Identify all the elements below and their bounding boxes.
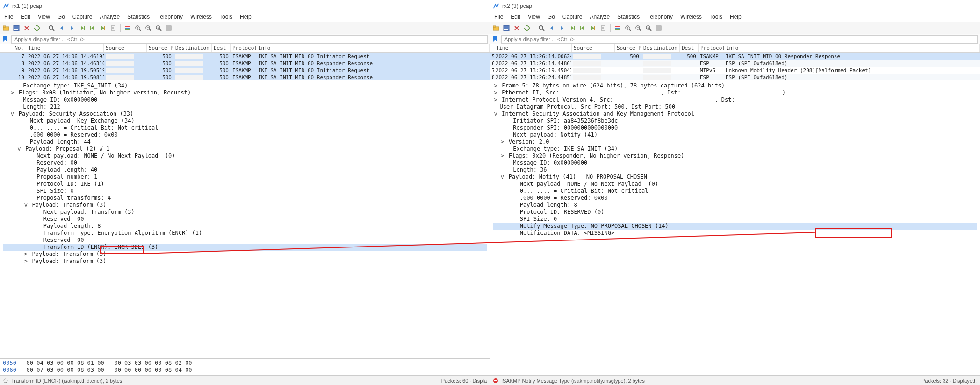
tree-line[interactable]: v Internet Security Association and Key … <box>493 110 977 117</box>
first-icon[interactable] <box>88 24 97 32</box>
col-source[interactable]: Source <box>572 44 615 52</box>
tree-line[interactable]: 0... .... = Critical Bit: Not critical <box>3 124 487 131</box>
tree-line[interactable]: Transform ID (ENCR): ENCR_3DES (3) <box>3 244 487 251</box>
menu-help[interactable]: Help <box>727 13 744 21</box>
tree-line[interactable]: Next payload: Transform (3) <box>3 209 487 216</box>
table-row[interactable]: 82022-06-27 13:26:24.448510ESPESP (SPI=0… <box>490 74 980 80</box>
col-dest[interactable]: Destination <box>173 44 212 52</box>
tree-toggle-icon[interactable]: v <box>493 110 498 117</box>
display-filter-input[interactable] <box>11 35 488 44</box>
tree-toggle-icon[interactable]: v <box>23 202 29 209</box>
tree-line[interactable]: Reserved: 00 <box>3 216 487 223</box>
table-row[interactable]: 102022-06-27 14:06:19.508113500500ISAKMP… <box>0 74 490 80</box>
tree-line[interactable]: Next payload: NONE / No Next Payload (0) <box>3 153 487 160</box>
tree-toggle-icon[interactable]: > <box>23 258 29 265</box>
tree-line[interactable]: > Payload: Transform (3) <box>3 258 487 265</box>
zoom-reset-icon[interactable]: 1 <box>644 24 653 32</box>
menu-analyze[interactable]: Analyze <box>97 13 123 21</box>
find-icon[interactable] <box>47 24 56 32</box>
col-source[interactable]: Source <box>104 44 147 52</box>
tree-line[interactable]: > Frame 5: 78 bytes on wire (624 bits), … <box>493 82 977 89</box>
tree-line[interactable]: > Flags: 0x20 (Responder, No higher vers… <box>493 153 977 160</box>
menu-telephony[interactable]: Telephony <box>154 13 186 21</box>
tree-line[interactable]: Notify Message Type: NO_PROPOSAL_CHOSEN … <box>493 223 977 230</box>
tree-line[interactable]: Initiator SPI: aa8435236f8be3dc <box>493 117 977 124</box>
col-dport[interactable]: Dest Port <box>680 44 699 52</box>
bookmark-icon[interactable] <box>492 36 499 43</box>
menu-tools[interactable]: Tools <box>216 13 235 21</box>
tree-line[interactable]: Proposal transforms: 4 <box>3 195 487 202</box>
menu-statistics[interactable]: Statistics <box>614 13 642 21</box>
tree-line[interactable]: 0... .... = Critical Bit: Not critical <box>493 188 977 195</box>
tree-line[interactable]: v Payload: Proposal (2) # 1 <box>3 145 487 153</box>
menu-view[interactable]: View <box>35 13 53 21</box>
menu-capture[interactable]: Capture <box>560 13 585 21</box>
tree-line[interactable]: SPI Size: 0 <box>493 216 977 223</box>
hex-pane-left[interactable]: 0050 00 04 03 00 00 08 01 00 00 03 03 00… <box>0 359 490 376</box>
tree-toggle-icon[interactable]: > <box>493 96 498 103</box>
table-row[interactable]: 72022-06-27 14:06:14.461956500500ISAKMPI… <box>0 53 490 60</box>
tree-line[interactable]: > Internet Protocol Version 4, Src: , Ds… <box>493 96 977 103</box>
zoom-out-icon[interactable] <box>144 24 152 32</box>
prev-icon[interactable] <box>548 24 556 32</box>
bookmark-icon[interactable] <box>2 36 9 43</box>
tree-line[interactable]: Length: 36 <box>493 167 977 174</box>
hex-row[interactable]: 0060 00 07 03 00 00 08 03 00 00 00 00 00… <box>3 367 487 374</box>
zoom-out-icon[interactable] <box>634 24 642 32</box>
menu-file[interactable]: File <box>1 13 16 21</box>
col-info[interactable]: Info <box>256 44 490 52</box>
display-filter-input[interactable] <box>501 35 978 44</box>
col-info[interactable]: Info <box>724 44 980 52</box>
auto-scroll-icon[interactable] <box>109 24 117 32</box>
packet-list-header[interactable]: No. Time Source Source Port Destination … <box>0 44 490 53</box>
tree-line[interactable]: v Payload: Security Association (33) <box>3 110 487 117</box>
col-dest[interactable]: Destination <box>641 44 680 52</box>
tree-toggle-icon[interactable]: > <box>23 251 29 258</box>
menu-edit[interactable]: Edit <box>508 13 523 21</box>
tree-toggle-icon[interactable]: v <box>16 145 22 153</box>
menu-go[interactable]: Go <box>55 13 68 21</box>
menu-tools[interactable]: Tools <box>706 13 725 21</box>
table-row[interactable]: 92022-06-27 14:06:19.505198500500ISAKMPI… <box>0 67 490 74</box>
packet-details-right[interactable]: > Frame 5: 78 bytes on wire (624 bits), … <box>490 80 980 376</box>
colorize-icon[interactable] <box>123 24 132 32</box>
tree-line[interactable]: Responder SPI: 0000000000000000 <box>493 124 977 131</box>
first-icon[interactable] <box>578 24 587 32</box>
tree-line[interactable]: Transform Type: Encryption Algorithm (EN… <box>3 230 487 237</box>
col-sport[interactable]: Source Port <box>147 44 173 52</box>
tree-toggle-icon[interactable]: > <box>499 153 505 160</box>
next-icon[interactable] <box>68 24 76 32</box>
tree-line[interactable]: Payload length: 44 <box>3 138 487 145</box>
menu-analyze[interactable]: Analyze <box>587 13 613 21</box>
tree-line[interactable]: .000 0000 = Reserved: 0x00 <box>3 131 487 138</box>
prev-icon[interactable] <box>58 24 66 32</box>
tree-line[interactable]: > Flags: 0x08 (Initiator, No higher vers… <box>3 89 487 96</box>
tree-line[interactable]: v Payload: Notify (41) - NO_PROPOSAL_CHO… <box>493 174 977 181</box>
tree-line[interactable]: Message ID: 0x00000000 <box>493 160 977 167</box>
reload-icon[interactable] <box>33 24 41 32</box>
col-time[interactable]: Time <box>26 44 104 52</box>
packet-list-left[interactable]: No. Time Source Source Port Destination … <box>0 44 490 80</box>
last-icon[interactable] <box>589 24 597 32</box>
menu-capture[interactable]: Capture <box>70 13 95 21</box>
zoom-in-icon[interactable] <box>624 24 632 32</box>
menu-view[interactable]: View <box>525 13 543 21</box>
tree-line[interactable]: Payload length: 40 <box>3 167 487 174</box>
save-icon[interactable] <box>12 24 21 32</box>
folder-icon[interactable] <box>2 24 10 32</box>
tree-line[interactable]: Next payload: NONE / No Next Payload (0) <box>493 181 977 188</box>
tree-line[interactable]: > Ethernet II, Src: , Dst: ) <box>493 89 977 96</box>
find-icon[interactable] <box>537 24 546 32</box>
tree-toggle-icon[interactable]: > <box>499 138 505 145</box>
goto-icon[interactable] <box>568 24 576 32</box>
next-icon[interactable] <box>558 24 566 32</box>
packet-list-right[interactable]: Time Source Source Port Destination Dest… <box>490 44 980 80</box>
menubar-left[interactable]: File Edit View Go Capture Analyze Statis… <box>0 12 490 22</box>
tree-line[interactable]: Exchange type: IKE_SA_INIT (34) <box>3 82 487 89</box>
menu-telephony[interactable]: Telephony <box>644 13 676 21</box>
table-row[interactable]: 62022-06-27 13:26:14.448614ESPESP (SPI=0… <box>490 60 980 67</box>
menu-help[interactable]: Help <box>237 13 254 21</box>
close-icon[interactable] <box>22 24 31 32</box>
zoom-reset-icon[interactable]: 1 <box>154 24 163 32</box>
col-proto[interactable]: Protocol <box>699 44 724 52</box>
